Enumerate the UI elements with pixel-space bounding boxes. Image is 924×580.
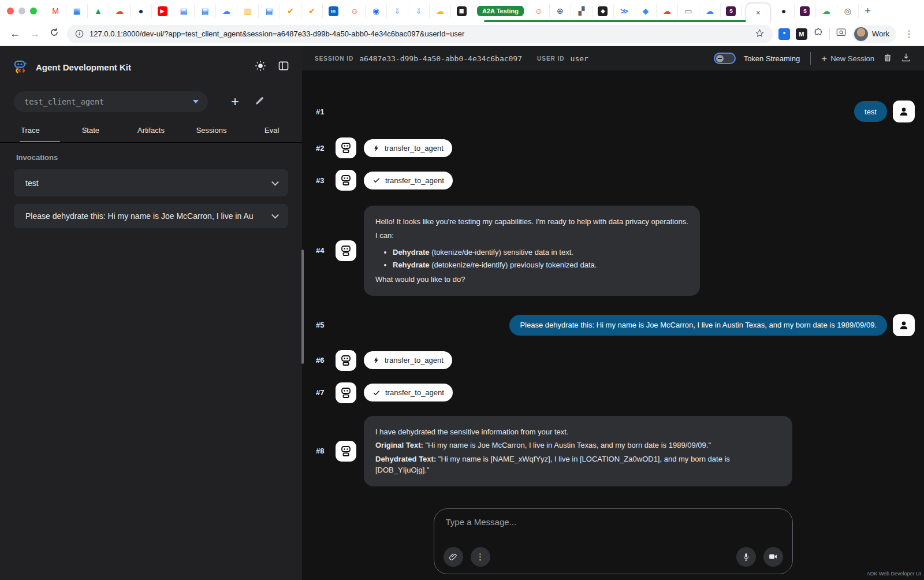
bot-avatar: [336, 240, 356, 261]
group-tab-cloud[interactable]: ☁: [699, 4, 721, 18]
extensions-puzzle-icon[interactable]: [813, 28, 824, 40]
event-number: #6: [316, 356, 336, 365]
slack-icon: S: [800, 6, 810, 16]
tab-state[interactable]: State: [61, 126, 121, 135]
site-info-icon[interactable]: [75, 29, 84, 38]
edit-agent-icon[interactable]: [254, 95, 265, 109]
invocation-item[interactable]: test: [14, 169, 288, 196]
pinned-tab-profile[interactable]: ◉: [366, 4, 387, 18]
search-tabs-icon[interactable]: [836, 27, 847, 40]
message-paragraph: I can:: [375, 230, 688, 241]
paperclip-icon: [449, 552, 458, 562]
chat-scroll-area[interactable]: #1 test #2 transfer_to_agent: [302, 70, 924, 580]
user-id-value: user: [571, 54, 588, 63]
group-tab-monitor[interactable]: ▭: [678, 4, 699, 18]
pinned-tab-capture[interactable]: ▣: [451, 4, 472, 18]
group-tab-globe[interactable]: ⊕: [550, 4, 571, 18]
more-options-button[interactable]: ⋮: [471, 547, 490, 567]
pinned-tab-drive[interactable]: ▲: [88, 4, 109, 18]
group-tab-qr[interactable]: ▞: [571, 4, 593, 18]
forward-icon[interactable]: →: [28, 28, 42, 40]
event-row-1: #1 test: [302, 101, 924, 122]
adk-logo-icon: [13, 60, 28, 75]
scrollbar-thumb[interactable]: [301, 250, 304, 364]
reload-icon[interactable]: [47, 28, 61, 40]
new-session-button[interactable]: + New Session: [821, 54, 874, 64]
group-tab-play[interactable]: ≫: [614, 4, 635, 18]
tab-trace[interactable]: Trace: [0, 126, 61, 135]
back-icon[interactable]: ←: [8, 28, 22, 40]
pinned-tab-docs[interactable]: ▤: [259, 4, 280, 18]
pinned-tab-docs[interactable]: ▤: [195, 4, 216, 18]
message-input[interactable]: [446, 517, 769, 540]
pinned-tab-gmail[interactable]: M: [45, 4, 66, 18]
tab-artifacts[interactable]: Artifacts: [121, 126, 181, 135]
attach-file-button[interactable]: [444, 547, 463, 567]
microphone-button[interactable]: [736, 547, 756, 567]
group-tab-cloud[interactable]: ☁: [657, 4, 678, 18]
token-streaming-toggle[interactable]: [714, 53, 736, 64]
tab-slack[interactable]: S: [795, 4, 816, 18]
zoom-window-button[interactable]: [30, 8, 37, 14]
pinned-tab-github[interactable]: ●: [131, 4, 152, 18]
pinned-tab-download[interactable]: ⇓: [387, 4, 408, 18]
tool-name: transfer_to_agent: [385, 176, 444, 185]
pinned-tab-check[interactable]: ✔: [301, 4, 323, 18]
invocation-label: test: [25, 179, 39, 188]
tab-eval[interactable]: Eval: [241, 126, 302, 135]
message-input-box[interactable]: ⋮: [434, 508, 793, 574]
tool-call-chip[interactable]: transfer_to_agent: [364, 139, 452, 157]
cloud-icon: ☁: [436, 7, 444, 15]
url-text[interactable]: 127.0.0.1:8000/dev-ui/?app=test_client_a…: [90, 29, 464, 38]
video-button[interactable]: [763, 547, 783, 567]
message-paragraph: Dehydrated Text: "Hi my name is [NAME_xW…: [375, 453, 781, 476]
pinned-tab-download[interactable]: ⇓: [408, 4, 430, 18]
tab-cloud[interactable]: ☁: [816, 4, 837, 18]
pinned-tab-linkedin[interactable]: in: [323, 4, 344, 18]
invocation-item[interactable]: Please dehydrate this: Hi my name is Joe…: [14, 204, 288, 228]
new-tab-button[interactable]: +: [865, 5, 871, 17]
extension-icon[interactable]: M: [796, 28, 807, 40]
tool-response-chip[interactable]: transfer_to_agent: [364, 172, 453, 189]
close-window-button[interactable]: [7, 8, 14, 14]
close-tab-icon[interactable]: ×: [756, 8, 761, 17]
pinned-tab-robot[interactable]: ☺: [344, 4, 366, 18]
tab-sessions[interactable]: Sessions: [181, 126, 242, 135]
agent-select[interactable]: test_client_agent: [14, 91, 208, 112]
address-bar[interactable]: 127.0.0.1:8000/dev-ui/?app=test_client_a…: [67, 25, 773, 43]
minimize-window-button[interactable]: [18, 8, 25, 14]
active-tab[interactable]: ×: [746, 3, 771, 22]
pinned-tab-calendar[interactable]: ▦: [66, 4, 88, 18]
collapse-panel-icon[interactable]: [278, 60, 289, 74]
pinned-tab-cloud[interactable]: ☁: [109, 4, 131, 18]
pinned-tab-check[interactable]: ✔: [280, 4, 301, 18]
pinned-tab-docs[interactable]: ▤: [173, 4, 195, 18]
group-tab-sparkle[interactable]: ◆: [635, 4, 657, 18]
theme-toggle-icon[interactable]: [255, 60, 266, 74]
browser-profile-chip[interactable]: Work: [852, 25, 896, 43]
export-session-icon[interactable]: [901, 52, 911, 65]
message-paragraph: I have dehydrated the sensitive informat…: [375, 426, 781, 438]
event-number: #3: [316, 176, 336, 185]
group-tab-drop[interactable]: ◆: [593, 4, 614, 18]
new-agent-button[interactable]: +: [231, 95, 239, 109]
tab-github[interactable]: ●: [773, 4, 795, 18]
tool-call-chip[interactable]: transfer_to_agent: [364, 351, 452, 369]
tab-group-label[interactable]: A2A Testing: [477, 6, 524, 16]
drive-icon: ▲: [94, 7, 102, 15]
tool-response-chip[interactable]: transfer_to_agent: [364, 384, 453, 401]
pinned-tab-cloud[interactable]: ☁: [430, 4, 451, 18]
delete-session-icon[interactable]: [882, 52, 893, 65]
videocam-icon: [768, 552, 778, 562]
pinned-tab-slides[interactable]: ▥: [237, 4, 259, 18]
group-tab-slack[interactable]: S: [721, 4, 742, 18]
pinned-tab-youtube[interactable]: ▶: [152, 4, 173, 18]
extension-icon[interactable]: *: [778, 28, 790, 40]
bot-avatar: [336, 441, 356, 462]
group-tab-robot[interactable]: ☺: [528, 4, 550, 18]
pinned-tab-cloud[interactable]: ☁: [216, 4, 237, 18]
bookmark-star-icon[interactable]: [755, 28, 765, 40]
browser-menu-icon[interactable]: ⋮: [902, 28, 916, 39]
tab-settings[interactable]: ◎: [837, 4, 859, 18]
sparkle-icon: ◆: [643, 7, 649, 15]
